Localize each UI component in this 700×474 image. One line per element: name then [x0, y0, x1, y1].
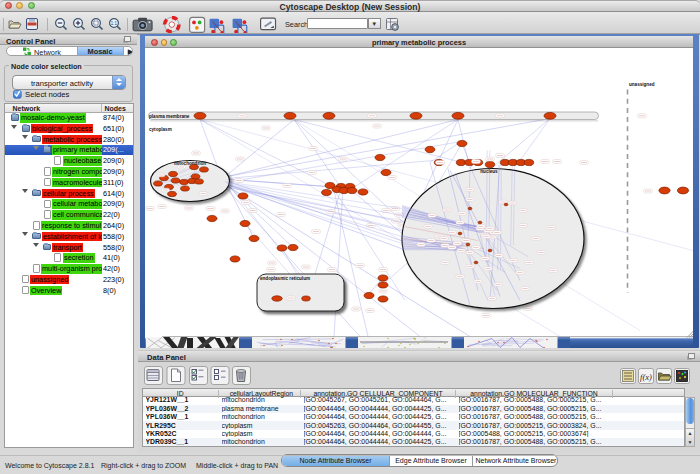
svg-text:unassigned: unassigned [629, 82, 655, 87]
svg-text:endoplasmic reticulum: endoplasmic reticulum [260, 276, 310, 281]
svg-text:f(x): f(x) [640, 372, 652, 382]
svg-text:cytoplasm: cytoplasm [149, 127, 172, 132]
svg-text:1:1: 1:1 [111, 21, 118, 26]
svg-text:plasma membrane: plasma membrane [149, 113, 190, 118]
svg-text:mitochondrion: mitochondrion [174, 160, 206, 165]
svg-text:nucleus: nucleus [480, 169, 498, 174]
